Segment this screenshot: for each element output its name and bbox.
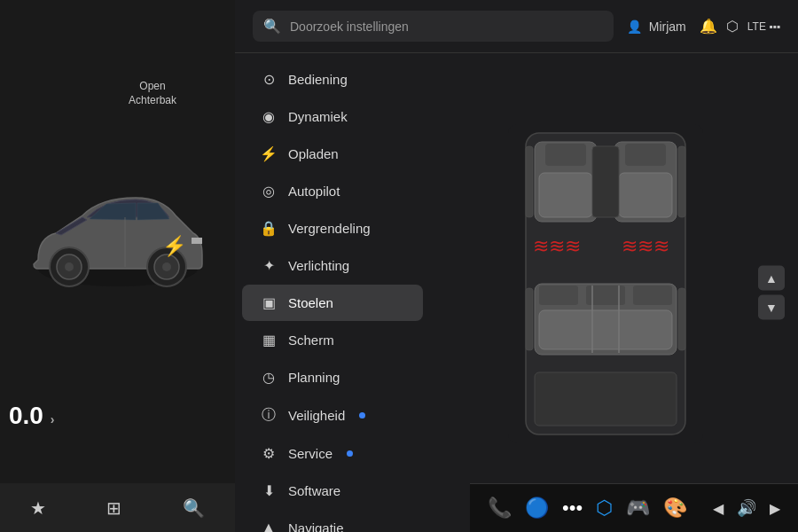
sidebar-item-planning[interactable]: ◷Planning xyxy=(242,359,423,395)
favorites-icon[interactable]: ★ xyxy=(30,497,46,519)
bottom-left-bar: ★ ⊞ 🔍 xyxy=(0,483,235,532)
svg-rect-11 xyxy=(539,173,592,217)
service-icon: ⚙ xyxy=(260,445,278,462)
car-image-area: ⚡ xyxy=(0,74,235,411)
more-app-icon[interactable]: ••• xyxy=(562,497,583,520)
service-label: Service xyxy=(288,446,332,461)
sidebar-item-vergrendeling[interactable]: 🔒Vergrendeling xyxy=(242,210,423,246)
scroll-arrows: ▲ ▼ xyxy=(758,266,785,320)
software-icon: ⬇ xyxy=(260,482,278,499)
svg-rect-23 xyxy=(633,286,672,305)
left-panel: OpenAchterbak xyxy=(0,0,235,483)
svg-point-6 xyxy=(162,262,171,271)
prev-track-icon[interactable]: ◀ xyxy=(713,500,724,517)
user-name: Mirjam xyxy=(649,20,686,34)
svg-rect-20 xyxy=(539,310,672,349)
svg-rect-15 xyxy=(625,144,666,166)
color-app-icon[interactable]: 🎨 xyxy=(663,497,687,520)
settings-header: 🔍 Doorzoek instellingen 👤 Mirjam 🔔 ⬡ LTE… xyxy=(235,0,798,53)
svg-rect-16 xyxy=(592,146,619,217)
user-info: 👤 Mirjam xyxy=(627,20,686,34)
scroll-up-button[interactable]: ▲ xyxy=(758,266,785,291)
controls-icon[interactable]: ⊞ xyxy=(106,497,121,519)
vergrendeling-label: Vergrendeling xyxy=(288,221,371,236)
main-content: ⊙Bediening◉Dynamiek⚡Opladen◎Autopilot🔒Ve… xyxy=(235,53,798,532)
search-bottom-icon[interactable]: 🔍 xyxy=(183,497,205,519)
sidebar-item-opladen[interactable]: ⚡Opladen xyxy=(242,136,423,172)
taskbar-right-icons: ◀ 🔊 ▶ xyxy=(713,498,780,518)
sidebar-item-bediening[interactable]: ⊙Bediening xyxy=(242,61,423,98)
opladen-label: Opladen xyxy=(288,146,339,161)
autopilot-icon: ◎ xyxy=(260,183,278,200)
svg-rect-26 xyxy=(535,372,677,426)
svg-rect-28 xyxy=(678,146,685,217)
taskbar-left-icons: 📞 🔵 ••• ⬡ 🎮 🎨 xyxy=(488,497,687,520)
taskbar: 📞 🔵 ••• ⬡ 🎮 🎨 ◀ 🔊 ▶ xyxy=(470,483,798,532)
stoelen-icon: ▣ xyxy=(260,294,278,311)
verlichting-icon: ✦ xyxy=(260,257,278,274)
settings-menu: ⊙Bediening◉Dynamiek⚡Opladen◎Autopilot🔒Ve… xyxy=(235,53,430,532)
bluetooth-icon: ⬡ xyxy=(726,18,739,35)
lightning-icon: ⚡ xyxy=(162,235,186,258)
settings-panel: 🔍 Doorzoek instellingen 👤 Mirjam 🔔 ⬡ LTE… xyxy=(235,0,798,532)
sidebar-item-stoelen[interactable]: ▣Stoelen xyxy=(242,285,423,321)
vergrendeling-icon: 🔒 xyxy=(260,220,278,237)
search-icon: 🔍 xyxy=(263,18,281,35)
planning-icon: ◷ xyxy=(260,369,278,386)
dynamiek-label: Dynamiek xyxy=(288,109,348,124)
search-bar[interactable]: 🔍 Doorzoek instellingen xyxy=(253,11,614,42)
phone-app-icon[interactable]: 📞 xyxy=(488,497,512,520)
signal-icon: LTE ▪▪▪ xyxy=(747,20,780,33)
seat-vis: ≋≋≋ ≋≋≋ xyxy=(508,124,721,461)
svg-text:≋≋≋: ≋≋≋ xyxy=(622,235,669,257)
stoelen-label: Stoelen xyxy=(288,295,333,310)
sidebar-item-service[interactable]: ⚙Service xyxy=(242,435,423,472)
svg-rect-14 xyxy=(619,173,672,217)
opladen-icon: ⚡ xyxy=(260,145,278,162)
svg-point-3 xyxy=(65,262,74,271)
dynamiek-icon: ◉ xyxy=(260,108,278,125)
navigatie-label: Navigatie xyxy=(288,520,344,533)
next-track-icon[interactable]: ▶ xyxy=(770,500,780,517)
search-placeholder: Doorzoek instellingen xyxy=(290,20,409,34)
sidebar-item-veiligheid[interactable]: ⓘVeiligheid xyxy=(242,396,423,434)
joystick-app-icon[interactable]: 🎮 xyxy=(626,497,650,520)
planning-label: Planning xyxy=(288,370,340,385)
autopilot-label: Autopilot xyxy=(288,184,340,199)
sidebar-item-navigatie[interactable]: ▲Navigatie xyxy=(242,510,423,532)
scherm-icon: ▦ xyxy=(260,332,278,348)
verlichting-label: Verlichting xyxy=(288,258,349,273)
veiligheid-dot xyxy=(359,412,365,419)
navigatie-icon: ▲ xyxy=(260,520,278,532)
seat-visualization-area: ≋≋≋ ≋≋≋ xyxy=(430,53,798,532)
sidebar-item-software[interactable]: ⬇Software xyxy=(242,473,423,509)
software-label: Software xyxy=(288,483,340,498)
bediening-icon: ⊙ xyxy=(260,71,278,88)
bell-icon: 🔔 xyxy=(700,18,717,35)
sidebar-item-verlichting[interactable]: ✦Verlichting xyxy=(242,247,423,284)
veiligheid-label: Veiligheid xyxy=(288,408,345,423)
header-status-icons: 🔔 ⬡ LTE ▪▪▪ xyxy=(700,18,780,35)
scherm-label: Scherm xyxy=(288,332,334,348)
user-icon: 👤 xyxy=(627,20,642,34)
svg-rect-12 xyxy=(545,144,586,166)
veiligheid-icon: ⓘ xyxy=(260,406,278,425)
svg-text:≋≋≋: ≋≋≋ xyxy=(533,235,581,257)
speed-display: 0.0 › xyxy=(9,402,54,430)
svg-rect-21 xyxy=(539,286,578,305)
sidebar-item-scherm[interactable]: ▦Scherm xyxy=(242,322,423,358)
volume-icon[interactable]: 🔊 xyxy=(737,498,756,518)
svg-rect-30 xyxy=(678,288,685,350)
scroll-down-button[interactable]: ▼ xyxy=(758,295,785,320)
sidebar-item-autopilot[interactable]: ◎Autopilot xyxy=(242,173,423,209)
bediening-label: Bediening xyxy=(288,72,348,87)
svg-rect-29 xyxy=(526,288,533,350)
camera-app-icon[interactable]: 🔵 xyxy=(525,497,549,520)
service-dot xyxy=(347,450,353,457)
sidebar-item-dynamiek[interactable]: ◉Dynamiek xyxy=(242,98,423,135)
svg-rect-27 xyxy=(526,146,533,217)
bluetooth-app-icon[interactable]: ⬡ xyxy=(596,497,613,520)
